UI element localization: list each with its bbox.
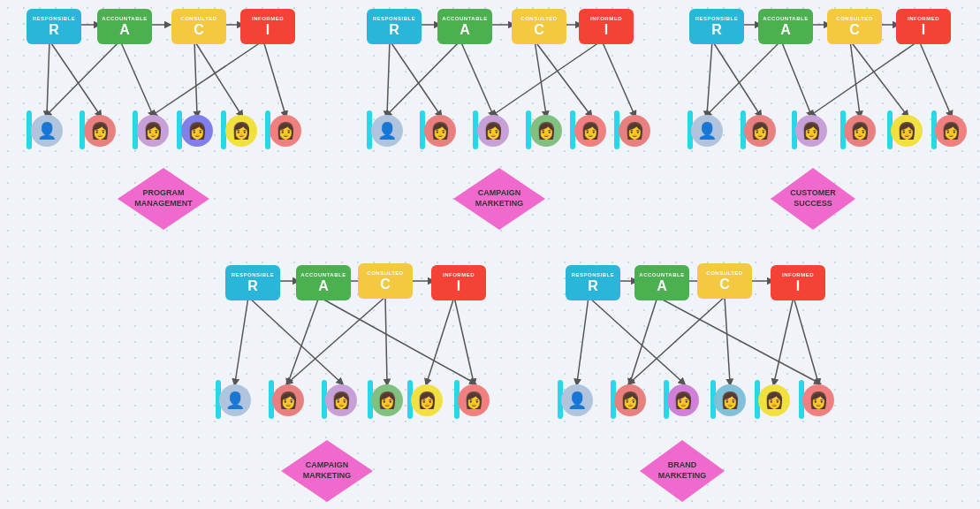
avatar-1-chart5[interactable]: 👤	[561, 384, 593, 416]
badge-i-label-chart1: INFORMED	[252, 16, 284, 22]
avatar-4-chart3[interactable]: 👩	[844, 115, 876, 147]
badge-c-chart4[interactable]: CONSULTED C	[358, 263, 413, 299]
svg-line-22	[919, 41, 951, 115]
avatar-4-chart2[interactable]: 👩	[530, 115, 562, 147]
svg-line-3	[47, 41, 120, 115]
svg-line-19	[707, 41, 781, 115]
diamond-label-chart1: PROGRAMMANAGEMENT	[106, 168, 221, 230]
svg-line-35	[657, 297, 818, 383]
avatar-1-chart1[interactable]: 👤	[31, 115, 63, 147]
svg-line-17	[712, 41, 760, 115]
badge-i-chart3[interactable]: INFORMED I	[896, 9, 951, 44]
avatar-4-chart4[interactable]: 👩	[371, 384, 403, 416]
badge-r-letter-chart1: R	[49, 22, 59, 38]
avatar-1-chart2[interactable]: 👤	[371, 115, 403, 147]
badge-i-chart1[interactable]: INFORMED I	[240, 9, 295, 44]
avatar-3-chart2[interactable]: 👩	[477, 115, 509, 147]
svg-line-0	[47, 41, 49, 115]
avatar-5-chart4[interactable]: 👩	[411, 384, 443, 416]
avatar-2-chart5[interactable]: 👩	[614, 384, 646, 416]
svg-line-28	[385, 297, 387, 383]
badge-i-chart5[interactable]: INFORMED I	[771, 265, 825, 300]
badge-i-chart4[interactable]: INFORMED I	[431, 265, 486, 300]
svg-line-7	[153, 41, 263, 115]
badge-r-chart2[interactable]: RESPONSIBLE R	[367, 9, 422, 44]
avatar-3-chart1[interactable]: 👩	[137, 115, 169, 147]
avatar-6-chart5[interactable]: 👩	[802, 384, 834, 416]
badge-a-chart3[interactable]: ACCOUNTABLE A	[758, 9, 813, 44]
svg-line-34	[630, 297, 657, 383]
avatar-3-chart4[interactable]: 👩	[325, 384, 357, 416]
avatar-6-chart2[interactable]: 👩	[619, 115, 650, 147]
svg-line-20	[850, 41, 860, 115]
svg-line-10	[460, 41, 493, 115]
badge-r-chart4[interactable]: RESPONSIBLE R	[225, 265, 280, 300]
diamond-text-chart5: BRANDMARKETING	[658, 460, 707, 481]
badge-c-chart5[interactable]: CONSULTED C	[697, 263, 752, 299]
badge-c-chart3[interactable]: CONSULTED C	[827, 9, 882, 44]
avatar-5-chart2[interactable]: 👩	[574, 115, 606, 147]
svg-line-24	[235, 297, 248, 383]
avatar-4-chart1[interactable]: 👩	[181, 115, 213, 147]
badge-r-chart1[interactable]: RESPONSIBLE R	[27, 9, 81, 44]
badge-i-chart2[interactable]: INFORMED I	[579, 9, 634, 44]
avatar-1-chart4[interactable]: 👤	[219, 384, 251, 416]
svg-line-1	[49, 41, 100, 115]
avatar-2-chart4[interactable]: 👩	[272, 384, 304, 416]
avatar-2-chart1[interactable]: 👩	[84, 115, 116, 147]
diamond-label-chart3: CUSTOMERSUCCESS	[760, 168, 866, 230]
badge-a-chart2[interactable]: ACCOUNTABLE A	[437, 9, 492, 44]
avatar-5-chart1[interactable]: 👩	[225, 115, 257, 147]
svg-line-31	[454, 297, 474, 383]
badge-a-chart4[interactable]: ACCOUNTABLE A	[296, 265, 351, 300]
svg-line-4	[194, 41, 197, 115]
svg-line-14	[602, 41, 634, 115]
raci-chart: RESPONSIBLE R ACCOUNTABLE A CONSULTED C …	[0, 0, 980, 509]
svg-line-36	[725, 297, 730, 383]
badge-a-chart1[interactable]: ACCOUNTABLE A	[97, 9, 152, 44]
svg-line-8	[387, 41, 390, 115]
avatar-2-chart2[interactable]: 👩	[424, 115, 456, 147]
avatar-5-chart3[interactable]: 👩	[891, 115, 923, 147]
badge-a-label-chart1: ACCOUNTABLE	[102, 16, 147, 22]
avatar-5-chart5[interactable]: 👩	[758, 384, 790, 416]
svg-line-30	[427, 297, 454, 383]
svg-line-13	[535, 41, 590, 115]
svg-line-25	[248, 297, 341, 383]
svg-line-11	[387, 41, 460, 115]
avatar-2-chart3[interactable]: 👩	[744, 115, 776, 147]
badge-r-chart5[interactable]: RESPONSIBLE R	[566, 265, 620, 300]
avatar-1-chart3[interactable]: 👤	[691, 115, 723, 147]
avatar-6-chart3[interactable]: 👩	[935, 115, 967, 147]
badge-r-label-chart1: RESPONSIBLE	[33, 16, 76, 22]
avatar-3-chart5[interactable]: 👩	[667, 384, 699, 416]
badge-a-letter-chart1: A	[119, 22, 130, 38]
badge-a-chart5[interactable]: ACCOUNTABLE A	[634, 265, 689, 300]
avatar-6-chart1[interactable]: 👩	[270, 115, 301, 147]
arrows-overlay	[0, 0, 980, 509]
svg-line-21	[850, 41, 907, 115]
svg-line-29	[288, 297, 385, 383]
svg-line-5	[194, 41, 241, 115]
avatar-3-chart3[interactable]: 👩	[795, 115, 827, 147]
svg-line-33	[589, 297, 683, 383]
diamond-label-chart4: CAMPAIGNMARKETING	[270, 440, 384, 502]
svg-line-37	[630, 297, 725, 383]
diamond-text-chart2: CAMPAIGNMARKETING	[475, 188, 524, 209]
badge-r-chart3[interactable]: RESPONSIBLE R	[689, 9, 744, 44]
avatar-4-chart5[interactable]: 👩	[714, 384, 746, 416]
svg-line-6	[263, 41, 285, 115]
diamond-label-chart2: CAMPAIGNMARKETING	[442, 168, 557, 230]
avatar-6-chart4[interactable]: 👩	[458, 384, 490, 416]
svg-line-18	[781, 41, 811, 115]
badge-c-chart1[interactable]: CONSULTED C	[171, 9, 226, 44]
diamond-label-chart5: BRANDMARKETING	[629, 440, 735, 502]
svg-line-32	[577, 297, 589, 383]
badge-c-letter-chart1: C	[194, 22, 204, 38]
svg-line-38	[774, 297, 794, 383]
svg-line-12	[535, 41, 546, 115]
svg-line-27	[319, 297, 474, 383]
svg-line-16	[707, 41, 712, 115]
badge-c-chart2[interactable]: CONSULTED C	[512, 9, 566, 44]
svg-line-15	[493, 41, 602, 115]
